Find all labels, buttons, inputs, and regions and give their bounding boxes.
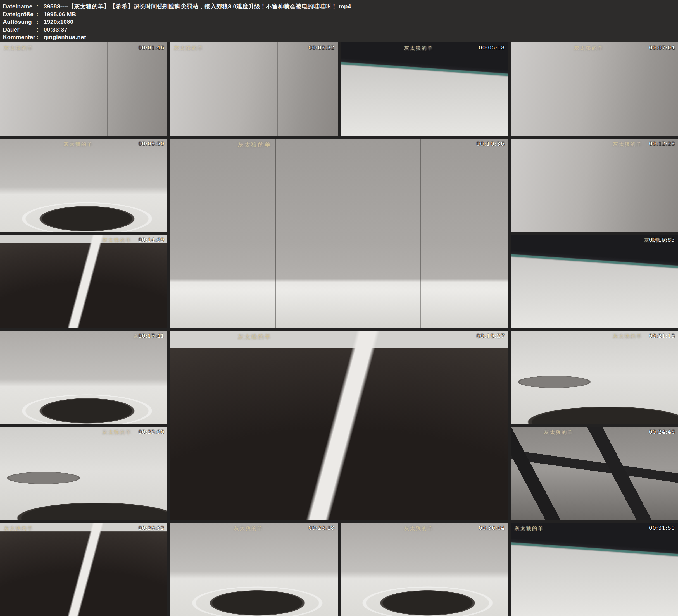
thumbnail-timestamp: 00:05:18 bbox=[479, 44, 504, 50]
file-info-header: Dateiname : 39583----【灰太狼的羊】【希希】超长时间强制踮脚… bbox=[0, 0, 678, 42]
thumbnail-timestamp: 00:21:13 bbox=[649, 333, 675, 339]
watermark-text: 灰太狼的羊 bbox=[613, 333, 642, 340]
filesize-row: Dateigröße : 1995.06 MB bbox=[3, 10, 675, 18]
video-thumbnail-8: 灰太狼的羊 00:14:09 bbox=[0, 235, 167, 328]
video-thumbnail-13: 灰太狼的羊 00:23:00 bbox=[0, 427, 167, 520]
thumbnail-timestamp: 00:03:32 bbox=[308, 44, 334, 50]
comment-value: qinglanhua.net bbox=[44, 33, 86, 41]
resolution-row: Auflösung : 1920x1080 bbox=[3, 18, 675, 26]
watermark-text: 灰太狼的羊 bbox=[102, 237, 131, 243]
video-thumbnail-4: 灰太狼的羊 00:07:04 bbox=[511, 42, 678, 136]
filesize-label: Dateigröße bbox=[3, 10, 36, 18]
duration-row: Dauer : 00:33:37 bbox=[3, 26, 675, 34]
field-separator: : bbox=[36, 18, 44, 26]
watermark-text: 灰太狼的羊 bbox=[4, 45, 33, 51]
field-separator: : bbox=[36, 33, 44, 41]
thumbnail-timestamp: 00:17:41 bbox=[138, 333, 164, 339]
watermark-text: 灰太狼的羊 bbox=[174, 45, 203, 51]
watermark-text: 灰太狼的羊 bbox=[544, 429, 573, 436]
watermark-text: 灰太狼的羊 bbox=[238, 141, 271, 149]
field-separator: : bbox=[36, 2, 44, 10]
watermark-text: 灰太狼的羊 bbox=[613, 141, 642, 147]
thumbnail-timestamp: 00:24:46 bbox=[649, 429, 675, 435]
thumbnail-timestamp: 00:15:55 bbox=[649, 236, 675, 243]
video-thumbnail-5: 灰太狼的羊 00:08:50 bbox=[0, 139, 167, 232]
watermark-text: 灰太狼的羊 bbox=[238, 333, 271, 341]
video-thumbnail-7: 灰太狼的羊 00:12:23 bbox=[511, 139, 678, 232]
thumbnail-timestamp: 00:31:50 bbox=[649, 525, 675, 531]
thumbnail-timestamp: 00:12:23 bbox=[649, 141, 675, 147]
video-thumbnail-12: 灰太狼的羊 00:21:13 bbox=[511, 331, 678, 424]
watermark-text: 灰太狼的羊 bbox=[404, 45, 433, 51]
comment-label: Kommentar bbox=[3, 33, 36, 41]
thumbnail-timestamp: 00:23:00 bbox=[138, 429, 164, 435]
resolution-label: Auflösung bbox=[3, 18, 36, 26]
video-thumbnail-2: 灰太狼的羊 00:03:32 bbox=[170, 42, 337, 136]
thumbnail-timestamp: 00:14:09 bbox=[138, 236, 164, 243]
filename-label: Dateiname bbox=[3, 2, 36, 10]
duration-value: 00:33:37 bbox=[44, 26, 68, 34]
video-thumbnail-14: 灰太狼的羊 00:24:46 bbox=[511, 427, 678, 520]
video-thumbnail-10: 灰太狼的羊 00:17:41 bbox=[0, 331, 167, 424]
video-thumbnail-15: 灰太狼的羊 00:26:32 bbox=[0, 523, 167, 616]
comment-row: Kommentar : qinglanhua.net bbox=[3, 33, 675, 41]
video-thumbnail-3: 灰太狼的羊 00:05:18 bbox=[341, 42, 508, 136]
watermark-text: 灰太狼的羊 bbox=[102, 429, 131, 436]
filename-value: 39583----【灰太狼的羊】【希希】超长时间强制踮脚尖罚站，接入郊狼3.0难… bbox=[44, 2, 351, 10]
watermark-text: 灰太狼的羊 bbox=[64, 141, 93, 147]
thumbnail-timestamp: 00:10:36 bbox=[476, 141, 504, 147]
watermark-text: 灰太狼的羊 bbox=[574, 45, 603, 51]
watermark-text: 灰太狼的羊 bbox=[234, 525, 263, 532]
thumbnail-timestamp: 00:28:18 bbox=[308, 525, 334, 531]
thumbnail-timestamp: 00:07:04 bbox=[649, 44, 675, 50]
video-thumbnail-17: 灰太狼的羊 00:30:04 bbox=[341, 523, 508, 616]
video-thumbnail-11: 灰太狼的羊 00:19:27 bbox=[170, 331, 508, 520]
video-thumbnail-6: 灰太狼的羊 00:10:36 bbox=[170, 139, 508, 328]
duration-label: Dauer bbox=[3, 26, 36, 34]
filesize-value: 1995.06 MB bbox=[44, 10, 76, 18]
video-thumbnail-16: 灰太狼的羊 00:28:18 bbox=[170, 523, 337, 616]
thumbnail-timestamp: 00:01:46 bbox=[138, 44, 164, 50]
field-separator: : bbox=[36, 26, 44, 34]
video-thumbnail-18: 灰太狼的羊 00:31:50 bbox=[511, 523, 678, 616]
video-thumbnail-9: 灰太狼的羊 00:15:55 bbox=[511, 235, 678, 328]
filename-row: Dateiname : 39583----【灰太狼的羊】【希希】超长时间强制踮脚… bbox=[3, 2, 675, 10]
thumbnail-timestamp: 00:19:27 bbox=[476, 333, 504, 339]
thumbnail-timestamp: 00:30:04 bbox=[479, 525, 504, 531]
watermark-text: 灰太狼的羊 bbox=[4, 525, 33, 532]
thumbnail-timestamp: 00:26:32 bbox=[138, 525, 164, 531]
video-thumbnail-1: 灰太狼的羊 00:01:46 bbox=[0, 42, 167, 136]
thumbnail-grid: 灰太狼的羊 00:01:46 灰太狼的羊 00:03:32 灰太狼的羊 00:0… bbox=[0, 42, 678, 616]
watermark-text: 灰太狼的羊 bbox=[404, 525, 433, 532]
field-separator: : bbox=[36, 10, 44, 18]
resolution-value: 1920x1080 bbox=[44, 18, 73, 26]
thumbnail-timestamp: 00:08:50 bbox=[138, 141, 164, 147]
watermark-text: 灰太狼的羊 bbox=[515, 525, 544, 532]
